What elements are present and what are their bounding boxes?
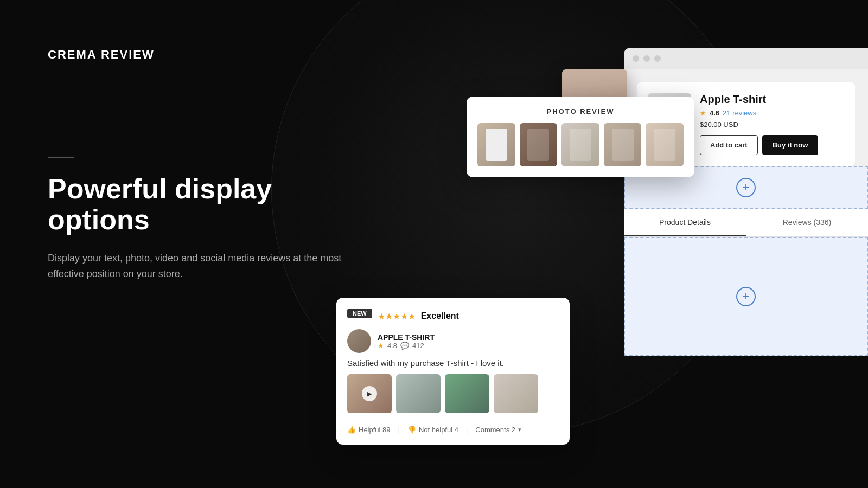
reviewer-votes: 412 <box>412 342 424 350</box>
reviews-link[interactable]: 21 reviews <box>723 109 756 117</box>
review-product-info: APPLE T-SHIRT ★ 4.8 💬 412 <box>347 329 559 353</box>
hero-content: Powerful display options Display your te… <box>48 157 362 282</box>
review-card-header: NEW ★★★★★ Excellent <box>347 309 559 324</box>
star-icon: ★ <box>700 109 706 117</box>
reviewer-rating: 4.8 <box>387 342 397 350</box>
product-actions: Add to cart Buy it now <box>700 135 818 155</box>
comments-label: Comments 2 <box>475 426 515 434</box>
product-title: Apple T-shirt <box>700 93 818 106</box>
review-text: Satisfied with my purchase T-shirt - I l… <box>347 358 559 368</box>
main-heading: Powerful display options <box>48 174 362 235</box>
comment-bubble-icon: 💬 <box>400 342 409 350</box>
product-info: Apple T-shirt ★ 4.6 21 reviews $20.00 US… <box>700 93 818 155</box>
divider <box>48 157 74 158</box>
chevron-down-icon: ▾ <box>518 426 521 433</box>
panel-section-bottom[interactable]: + <box>624 237 868 356</box>
review-photo-3 <box>445 374 489 413</box>
product-price: $20.00 USD <box>700 120 818 129</box>
thumbs-down-icon: 👎 <box>407 426 416 434</box>
review-stars-header: ★★★★★ <box>378 311 416 322</box>
reviewer-avatar <box>347 329 371 353</box>
photo-thumb-3 <box>561 123 599 166</box>
reviewer-product-name: APPLE T-SHIRT <box>378 333 559 342</box>
browser-dot-green <box>654 55 661 62</box>
buy-now-button[interactable]: Buy it now <box>762 135 819 155</box>
brand-logo: CREMA REVIEW <box>48 48 155 62</box>
new-badge: NEW <box>347 309 372 318</box>
not-helpful-action[interactable]: 👎 Not helpful 4 <box>407 426 458 434</box>
sub-text: Display your text, photo, video and soci… <box>48 251 362 282</box>
reviewer-rating-row: ★ 4.8 💬 412 <box>378 342 559 350</box>
review-card: NEW ★★★★★ Excellent APPLE T-SHIRT ★ 4.8 … <box>336 298 570 445</box>
separator: | <box>398 426 400 434</box>
review-photos: ▶ <box>347 374 559 413</box>
browser-dot-red <box>633 55 639 62</box>
rating-value: 4.6 <box>710 109 719 117</box>
photo-review-card: PHOTO REVIEW <box>467 97 694 177</box>
review-footer: 👍 Helpful 89 | 👎 Not helpful 4 | Comment… <box>347 420 559 434</box>
add-to-cart-button[interactable]: Add to cart <box>700 135 758 155</box>
photo-thumb-4 <box>604 123 642 166</box>
browser-dot-yellow <box>643 55 650 62</box>
helpful-action[interactable]: 👍 Helpful 89 <box>347 426 391 434</box>
review-photo-1: ▶ <box>347 374 392 413</box>
separator-2: | <box>466 426 468 434</box>
add-section-bottom-button[interactable]: + <box>736 287 756 306</box>
thumbs-up-icon: 👍 <box>347 426 356 434</box>
not-helpful-label: Not helpful 4 <box>419 426 458 434</box>
review-photo-2 <box>396 374 441 413</box>
photo-thumb-2 <box>520 123 558 166</box>
photo-grid <box>477 123 684 166</box>
excellent-label: Excellent <box>421 311 459 321</box>
product-rating-row: ★ 4.6 21 reviews <box>700 109 818 117</box>
add-section-top-button[interactable]: + <box>736 178 756 197</box>
tab-product-details[interactable]: Product Details <box>624 209 746 236</box>
review-photo-4 <box>494 374 538 413</box>
reviewer-star-icon: ★ <box>378 342 384 350</box>
photo-review-title: PHOTO REVIEW <box>477 107 684 115</box>
photo-thumb-1 <box>477 123 515 166</box>
helpful-label: Helpful 89 <box>359 426 391 434</box>
play-button[interactable]: ▶ <box>362 386 377 401</box>
photo-thumb-5 <box>646 123 684 166</box>
panel-tabs: Product Details Reviews (336) <box>624 209 868 237</box>
browser-bar <box>624 48 868 69</box>
comments-action[interactable]: Comments 2 ▾ <box>475 426 521 434</box>
tab-reviews[interactable]: Reviews (336) <box>746 209 868 236</box>
reviewer-details: APPLE T-SHIRT ★ 4.8 💬 412 <box>378 333 559 350</box>
